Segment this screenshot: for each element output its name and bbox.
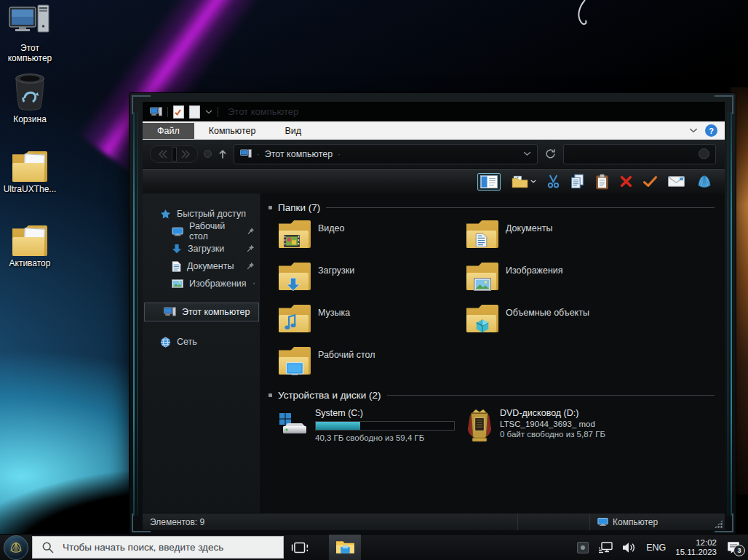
drive-item-c[interactable]: System (C:) 40,3 ГБ свободно из 59,4 ГБ [279, 408, 466, 443]
taskbar-search-input[interactable] [61, 541, 274, 553]
sidebar-item-label: Загрузки [188, 244, 224, 254]
section-collapse-icon[interactable] [268, 206, 272, 209]
status-view-mode[interactable]: Компьютер [590, 517, 725, 527]
delete-icon[interactable] [620, 175, 632, 188]
desktop-icon-label: Этот компьютер [1, 43, 58, 63]
window-title: Этот компьютер [228, 106, 298, 117]
folder-item-documents[interactable]: Документы [466, 220, 654, 253]
folder-icon [12, 151, 47, 182]
task-view-icon [291, 540, 309, 555]
monitor-icon [285, 361, 304, 376]
monitor-icon [597, 517, 608, 527]
tab-file[interactable]: Файл [143, 123, 194, 139]
explorer-search-box[interactable] [563, 144, 716, 164]
pin-icon [246, 262, 255, 271]
breadcrumb-location[interactable]: Этот компьютер [265, 149, 333, 159]
new-folder-dropdown-icon[interactable] [530, 180, 536, 183]
film-icon [284, 235, 300, 247]
drive-item-dvd[interactable]: DVD-дисковод (D:) LTSC_19044_3693_ mod 0… [466, 408, 699, 443]
folder-icon [279, 263, 311, 290]
show-hidden-icons-button[interactable] [577, 542, 589, 553]
address-dropdown-icon[interactable] [523, 151, 531, 156]
recent-locations-button[interactable] [204, 150, 212, 158]
desktop-icon-this-pc[interactable]: Этот компьютер [1, 4, 58, 63]
mail-icon[interactable] [668, 176, 685, 187]
clock-time: 12:02 [675, 538, 717, 548]
folder-icon [466, 220, 498, 248]
search-button[interactable] [699, 148, 709, 159]
divider [218, 107, 218, 117]
screen: Этот компьютер Корзина UltraUXThe... Акт… [0, 0, 748, 560]
ribbon-collapse-icon[interactable] [689, 128, 698, 133]
folder-icon [279, 347, 311, 375]
tab-view[interactable]: Вид [270, 123, 316, 139]
folder-item-video[interactable]: Видео [279, 220, 466, 253]
folder-item-music[interactable]: Музыка [279, 305, 466, 337]
network-icon[interactable] [598, 542, 613, 553]
preview-pane-button[interactable] [477, 173, 501, 191]
divider [167, 107, 168, 117]
section-header-folders[interactable]: Папки (7) [268, 202, 715, 213]
computer-icon [9, 4, 51, 41]
notification-center-button[interactable]: 3 [726, 541, 741, 554]
quick-access-properties-icon[interactable] [173, 105, 184, 119]
section-collapse-icon[interactable] [268, 393, 272, 397]
taskbar-search-box[interactable] [32, 536, 284, 559]
picture-icon [172, 279, 183, 288]
notification-badge: 3 [733, 545, 745, 556]
section-divider [326, 207, 715, 208]
sidebar-item-pictures[interactable]: Изображения [143, 275, 260, 292]
folder-item-downloads[interactable]: Загрузки [279, 263, 466, 295]
disk-usage-bar [315, 421, 455, 431]
sidebar-item-label: Изображения [189, 279, 247, 289]
quick-access-new-icon[interactable] [189, 105, 200, 119]
new-folder-button[interactable] [512, 175, 536, 188]
paste-icon[interactable] [595, 174, 609, 190]
refresh-icon[interactable] [545, 148, 556, 159]
start-button[interactable] [0, 535, 32, 560]
desktop-icon-ultraux[interactable]: UltraUXThe... [1, 151, 58, 194]
folder-item-pictures[interactable]: Изображения [466, 263, 654, 295]
volume-icon[interactable] [622, 542, 637, 553]
recycle-bin-icon [12, 73, 47, 112]
document-icon [172, 261, 181, 272]
chevron-down-icon[interactable] [205, 110, 212, 114]
frame-accent [137, 112, 138, 516]
network-globe-icon [160, 337, 171, 348]
clock[interactable]: 12:02 15.11.2023 [675, 538, 717, 557]
back-forward-buttons[interactable] [150, 145, 198, 163]
taskbar-explorer-button[interactable] [329, 535, 361, 560]
star-icon [160, 209, 171, 220]
desktop-icon-activator[interactable]: Активатор [1, 225, 58, 268]
explorer-search-input[interactable] [570, 148, 699, 160]
items-count: Элементов: 9 [143, 517, 517, 527]
section-header-drives[interactable]: Устройства и диски (2) [268, 390, 715, 401]
language-indicator[interactable]: ENG [646, 543, 666, 553]
command-toolbar [143, 169, 725, 193]
copy-icon[interactable] [570, 174, 584, 189]
rename-check-icon[interactable] [643, 176, 657, 187]
folder-item-desktop[interactable]: Рабочий стол [279, 347, 466, 380]
up-button[interactable] [218, 149, 228, 159]
sidebar-item-documents[interactable]: Документы [143, 257, 260, 275]
folder-icon [12, 225, 47, 256]
document-icon [475, 233, 488, 248]
music-note-icon [284, 313, 298, 332]
address-bar[interactable]: · Этот компьютер · [234, 144, 538, 164]
sidebar-item-network[interactable]: Сеть [143, 333, 260, 351]
sidebar-item-desktop[interactable]: Рабочий стол [143, 223, 260, 240]
computer-icon [150, 107, 162, 117]
sidebar-item-this-pc[interactable]: Этот компьютер [144, 303, 259, 321]
sidebar-item-downloads[interactable]: Загрузки [143, 240, 260, 257]
folder-item-3d-objects[interactable]: Объемные объекты [466, 305, 654, 337]
tab-computer[interactable]: Компьютер [194, 123, 271, 139]
task-view-button[interactable] [284, 535, 316, 560]
sidebar-item-quick-access[interactable]: Быстрый доступ [143, 205, 260, 223]
shell-icon[interactable] [696, 175, 713, 189]
window-titlebar[interactable]: Этот компьютер [143, 102, 725, 121]
cut-icon[interactable] [547, 175, 560, 188]
help-button[interactable]: ? [705, 124, 717, 137]
navigation-pane: Быстрый доступ Рабочий стол Загрузки [143, 193, 261, 513]
folder-icon [279, 220, 311, 248]
desktop-icon-recycle-bin[interactable]: Корзина [1, 73, 58, 124]
